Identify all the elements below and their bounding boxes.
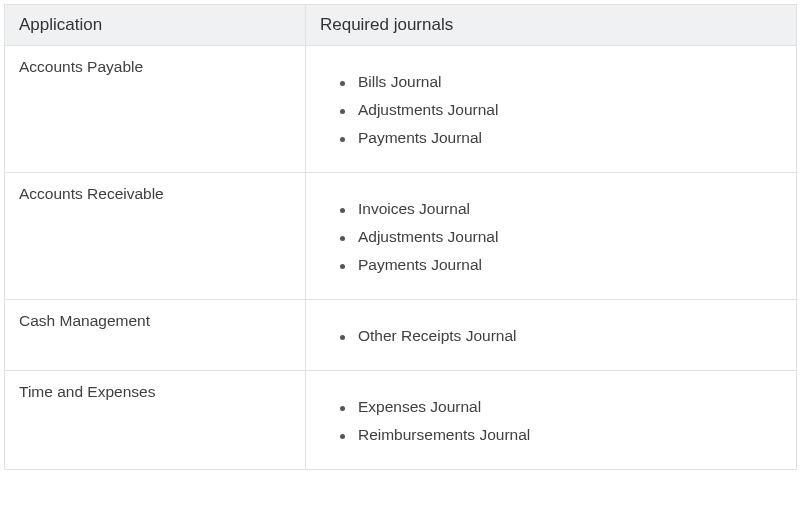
cell-required-journals: Expenses Journal Reimbursements Journal	[305, 371, 796, 470]
list-item: Payments Journal	[340, 124, 782, 152]
list-item: Other Receipts Journal	[340, 322, 782, 350]
list-item: Expenses Journal	[340, 393, 782, 421]
table-row: Cash Management Other Receipts Journal	[5, 300, 797, 371]
table-row: Accounts Receivable Invoices Journal Adj…	[5, 173, 797, 300]
cell-application: Accounts Receivable	[5, 173, 306, 300]
header-required-journals: Required journals	[305, 5, 796, 46]
cell-required-journals: Bills Journal Adjustments Journal Paymen…	[305, 46, 796, 173]
list-item: Adjustments Journal	[340, 96, 782, 124]
journals-list: Expenses Journal Reimbursements Journal	[320, 383, 782, 449]
cell-application: Time and Expenses	[5, 371, 306, 470]
list-item: Invoices Journal	[340, 195, 782, 223]
header-application: Application	[5, 5, 306, 46]
journals-table: Application Required journals Accounts P…	[4, 4, 797, 470]
table-row: Accounts Payable Bills Journal Adjustmen…	[5, 46, 797, 173]
journals-list: Bills Journal Adjustments Journal Paymen…	[320, 58, 782, 152]
cell-required-journals: Other Receipts Journal	[305, 300, 796, 371]
list-item: Bills Journal	[340, 68, 782, 96]
journals-list: Invoices Journal Adjustments Journal Pay…	[320, 185, 782, 279]
list-item: Adjustments Journal	[340, 223, 782, 251]
cell-required-journals: Invoices Journal Adjustments Journal Pay…	[305, 173, 796, 300]
table-row: Time and Expenses Expenses Journal Reimb…	[5, 371, 797, 470]
journals-list: Other Receipts Journal	[320, 312, 782, 350]
cell-application: Accounts Payable	[5, 46, 306, 173]
list-item: Payments Journal	[340, 251, 782, 279]
list-item: Reimbursements Journal	[340, 421, 782, 449]
cell-application: Cash Management	[5, 300, 306, 371]
table-header-row: Application Required journals	[5, 5, 797, 46]
